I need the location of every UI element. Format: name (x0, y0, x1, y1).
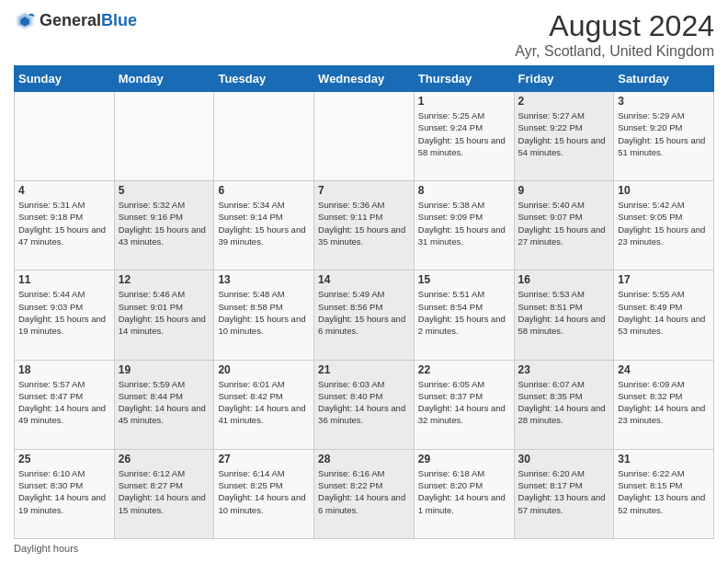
calendar-cell: 5Sunrise: 5:32 AM Sunset: 9:16 PM Daylig… (114, 181, 214, 270)
calendar-cell: 17Sunrise: 5:55 AM Sunset: 8:49 PM Dayli… (614, 270, 714, 360)
calendar-cell: 24Sunrise: 6:09 AM Sunset: 8:32 PM Dayli… (614, 360, 714, 449)
calendar-cell: 29Sunrise: 6:18 AM Sunset: 8:20 PM Dayli… (414, 449, 514, 538)
calendar-cell: 20Sunrise: 6:01 AM Sunset: 8:42 PM Dayli… (214, 360, 314, 449)
calendar-cell: 31Sunrise: 6:22 AM Sunset: 8:15 PM Dayli… (614, 449, 714, 538)
day-number: 17 (618, 273, 710, 286)
title-area: August 2024 Ayr, Scotland, United Kingdo… (515, 9, 714, 60)
day-number: 13 (218, 273, 310, 286)
calendar-cell: 13Sunrise: 5:48 AM Sunset: 8:58 PM Dayli… (214, 270, 314, 360)
day-info: Sunrise: 6:12 AM Sunset: 8:27 PM Dayligh… (119, 467, 210, 516)
day-number: 12 (119, 273, 210, 286)
calendar-week-row: 18Sunrise: 5:57 AM Sunset: 8:47 PM Dayli… (15, 360, 714, 449)
day-number: 10 (618, 184, 710, 197)
calendar-cell: 11Sunrise: 5:44 AM Sunset: 9:03 PM Dayli… (15, 270, 115, 360)
day-number: 9 (518, 184, 610, 197)
calendar-cell: 14Sunrise: 5:49 AM Sunset: 8:56 PM Dayli… (314, 270, 415, 360)
header: GeneralBlue August 2024 Ayr, Scotland, U… (14, 9, 714, 60)
day-number: 2 (518, 95, 610, 108)
logo-general: General (40, 11, 101, 29)
day-number: 31 (618, 453, 710, 465)
calendar-cell: 26Sunrise: 6:12 AM Sunset: 8:27 PM Dayli… (114, 449, 214, 538)
calendar-cell (214, 92, 314, 181)
calendar-cell: 15Sunrise: 5:51 AM Sunset: 8:54 PM Dayli… (414, 270, 514, 360)
day-info: Sunrise: 5:40 AM Sunset: 9:07 PM Dayligh… (518, 199, 610, 247)
day-number: 25 (18, 453, 110, 465)
day-info: Sunrise: 6:20 AM Sunset: 8:17 PM Dayligh… (518, 467, 610, 516)
col-wednesday: Wednesday (314, 66, 415, 92)
day-info: Sunrise: 5:36 AM Sunset: 9:11 PM Dayligh… (318, 199, 410, 247)
calendar-cell: 12Sunrise: 5:46 AM Sunset: 9:01 PM Dayli… (114, 270, 214, 360)
calendar-header-row: Sunday Monday Tuesday Wednesday Thursday… (15, 66, 714, 92)
day-number: 8 (418, 184, 510, 197)
day-number: 1 (418, 95, 510, 108)
day-info: Sunrise: 5:32 AM Sunset: 9:16 PM Dayligh… (119, 199, 210, 247)
day-info: Sunrise: 6:22 AM Sunset: 8:15 PM Dayligh… (618, 467, 710, 516)
calendar-cell: 25Sunrise: 6:10 AM Sunset: 8:30 PM Dayli… (15, 449, 115, 538)
day-info: Sunrise: 5:29 AM Sunset: 9:20 PM Dayligh… (618, 109, 710, 158)
col-thursday: Thursday (414, 66, 514, 92)
day-number: 27 (218, 453, 310, 465)
day-number: 22 (418, 363, 510, 376)
calendar-week-row: 4Sunrise: 5:31 AM Sunset: 9:18 PM Daylig… (15, 181, 714, 270)
calendar-week-row: 1Sunrise: 5:25 AM Sunset: 9:24 PM Daylig… (15, 92, 714, 181)
day-info: Sunrise: 5:53 AM Sunset: 8:51 PM Dayligh… (518, 288, 610, 337)
day-info: Sunrise: 6:09 AM Sunset: 8:32 PM Dayligh… (618, 378, 710, 427)
day-info: Sunrise: 5:59 AM Sunset: 8:44 PM Dayligh… (119, 378, 210, 427)
calendar-cell: 1Sunrise: 5:25 AM Sunset: 9:24 PM Daylig… (414, 92, 514, 181)
day-info: Sunrise: 5:55 AM Sunset: 8:49 PM Dayligh… (618, 288, 710, 337)
calendar-cell: 27Sunrise: 6:14 AM Sunset: 8:25 PM Dayli… (214, 449, 314, 538)
day-info: Sunrise: 5:46 AM Sunset: 9:01 PM Dayligh… (119, 288, 210, 337)
logo: GeneralBlue (14, 9, 137, 31)
day-number: 30 (518, 453, 610, 465)
day-info: Sunrise: 6:07 AM Sunset: 8:35 PM Dayligh… (518, 378, 610, 427)
calendar-table: Sunday Monday Tuesday Wednesday Thursday… (14, 65, 714, 539)
day-info: Sunrise: 5:38 AM Sunset: 9:09 PM Dayligh… (418, 199, 510, 247)
calendar-cell: 10Sunrise: 5:42 AM Sunset: 9:05 PM Dayli… (614, 181, 714, 270)
day-info: Sunrise: 5:27 AM Sunset: 9:22 PM Dayligh… (518, 109, 610, 158)
page: GeneralBlue August 2024 Ayr, Scotland, U… (0, 0, 728, 563)
calendar-cell: 2Sunrise: 5:27 AM Sunset: 9:22 PM Daylig… (514, 92, 614, 181)
day-number: 6 (218, 184, 310, 197)
day-info: Sunrise: 5:48 AM Sunset: 8:58 PM Dayligh… (218, 288, 310, 337)
logo-icon (14, 9, 36, 31)
day-info: Sunrise: 5:49 AM Sunset: 8:56 PM Dayligh… (318, 288, 410, 337)
calendar-cell: 30Sunrise: 6:20 AM Sunset: 8:17 PM Dayli… (514, 449, 614, 538)
day-number: 15 (418, 273, 510, 286)
calendar-cell (15, 92, 115, 181)
day-info: Sunrise: 5:42 AM Sunset: 9:05 PM Dayligh… (618, 199, 710, 247)
calendar-cell: 3Sunrise: 5:29 AM Sunset: 9:20 PM Daylig… (614, 92, 714, 181)
day-info: Sunrise: 5:44 AM Sunset: 9:03 PM Dayligh… (18, 288, 110, 337)
day-info: Sunrise: 5:25 AM Sunset: 9:24 PM Dayligh… (418, 109, 510, 158)
calendar-cell: 28Sunrise: 6:16 AM Sunset: 8:22 PM Dayli… (314, 449, 415, 538)
calendar-cell: 16Sunrise: 5:53 AM Sunset: 8:51 PM Dayli… (514, 270, 614, 360)
calendar-cell: 4Sunrise: 5:31 AM Sunset: 9:18 PM Daylig… (15, 181, 115, 270)
calendar-cell: 8Sunrise: 5:38 AM Sunset: 9:09 PM Daylig… (414, 181, 514, 270)
logo-blue-text: Blue (101, 11, 137, 29)
footer: Daylight hours (14, 543, 714, 554)
col-tuesday: Tuesday (214, 66, 314, 92)
day-number: 29 (418, 453, 510, 465)
day-number: 7 (318, 184, 410, 197)
day-info: Sunrise: 5:31 AM Sunset: 9:18 PM Dayligh… (18, 199, 110, 247)
day-number: 5 (119, 184, 210, 197)
month-year-title: August 2024 (515, 9, 714, 43)
day-info: Sunrise: 6:14 AM Sunset: 8:25 PM Dayligh… (218, 467, 310, 516)
calendar-week-row: 11Sunrise: 5:44 AM Sunset: 9:03 PM Dayli… (15, 270, 714, 360)
calendar-cell: 18Sunrise: 5:57 AM Sunset: 8:47 PM Dayli… (15, 360, 115, 449)
day-info: Sunrise: 6:10 AM Sunset: 8:30 PM Dayligh… (18, 467, 110, 516)
day-number: 18 (18, 363, 110, 376)
location-subtitle: Ayr, Scotland, United Kingdom (515, 43, 714, 60)
calendar-cell: 21Sunrise: 6:03 AM Sunset: 8:40 PM Dayli… (314, 360, 415, 449)
day-info: Sunrise: 6:18 AM Sunset: 8:20 PM Dayligh… (418, 467, 510, 516)
calendar-week-row: 25Sunrise: 6:10 AM Sunset: 8:30 PM Dayli… (15, 449, 714, 538)
calendar-cell: 22Sunrise: 6:05 AM Sunset: 8:37 PM Dayli… (414, 360, 514, 449)
day-number: 24 (618, 363, 710, 376)
day-info: Sunrise: 6:03 AM Sunset: 8:40 PM Dayligh… (318, 378, 410, 427)
daylight-hours-label: Daylight hours (14, 543, 78, 554)
calendar-cell: 23Sunrise: 6:07 AM Sunset: 8:35 PM Dayli… (514, 360, 614, 449)
day-number: 21 (318, 363, 410, 376)
day-number: 28 (318, 453, 410, 465)
calendar-cell (314, 92, 415, 181)
day-number: 26 (119, 453, 210, 465)
day-info: Sunrise: 6:16 AM Sunset: 8:22 PM Dayligh… (318, 467, 410, 516)
